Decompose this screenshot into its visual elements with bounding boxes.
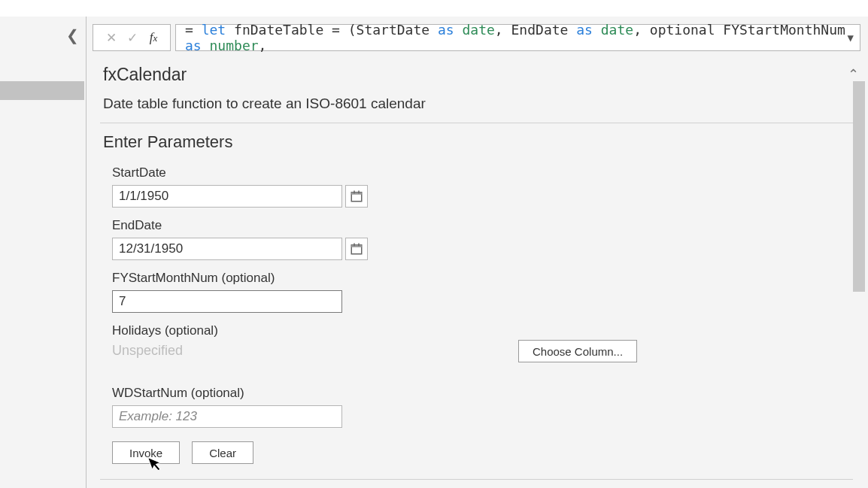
datepicker-startdate-button[interactable] bbox=[345, 185, 368, 208]
input-wdstart[interactable] bbox=[112, 405, 342, 428]
param-fystart: FYStartMonthNum (optional) bbox=[112, 271, 850, 313]
param-wdstart: WDStartNum (optional) bbox=[112, 386, 850, 428]
choose-column-button[interactable]: Choose Column... bbox=[518, 340, 637, 362]
formula-bar: ✕ ✓ fx = let fnDateTable = (StartDate as… bbox=[93, 24, 860, 51]
svg-rect-6 bbox=[354, 244, 355, 247]
input-fystart[interactable] bbox=[112, 290, 342, 313]
formula-input[interactable]: = let fnDateTable = (StartDate as date, … bbox=[175, 24, 860, 51]
datepicker-enddate-button[interactable] bbox=[345, 238, 368, 260]
label-startdate: StartDate bbox=[112, 165, 850, 180]
invoke-button[interactable]: Invoke bbox=[112, 441, 180, 464]
cancel-edit-icon[interactable]: ✕ bbox=[101, 30, 122, 46]
svg-rect-3 bbox=[358, 191, 360, 194]
label-fystart: FYStartMonthNum (optional) bbox=[112, 271, 850, 286]
label-wdstart: WDStartNum (optional) bbox=[112, 386, 850, 401]
scroll-up-icon[interactable]: ⌃ bbox=[848, 66, 859, 83]
holidays-unspecified: Unspecified bbox=[112, 343, 850, 359]
divider-bottom bbox=[100, 479, 853, 480]
fx-icon[interactable]: fx bbox=[143, 30, 164, 45]
svg-rect-7 bbox=[358, 244, 360, 247]
enter-parameters-heading: Enter Parameters bbox=[103, 132, 850, 152]
function-title: fxCalendar bbox=[103, 65, 850, 85]
svg-rect-5 bbox=[351, 245, 362, 247]
action-buttons: Invoke Clear bbox=[112, 441, 850, 464]
label-enddate: EndDate bbox=[112, 218, 850, 233]
label-holidays: Holidays (optional) bbox=[112, 323, 850, 338]
queries-panel-collapsed: ❮ bbox=[0, 17, 84, 488]
input-startdate[interactable] bbox=[112, 185, 342, 208]
function-description: Date table function to create an ISO-860… bbox=[103, 95, 850, 112]
param-holidays: Holidays (optional) Unspecified Choose C… bbox=[112, 323, 850, 359]
scrollbar-thumb[interactable] bbox=[853, 81, 865, 292]
svg-rect-2 bbox=[354, 191, 355, 194]
window-chrome-top bbox=[0, 0, 868, 17]
param-startdate: StartDate bbox=[112, 165, 850, 208]
function-content: fxCalendar Date table function to create… bbox=[93, 65, 860, 488]
selected-query-strip[interactable] bbox=[0, 81, 84, 100]
calendar-icon bbox=[350, 189, 363, 203]
formula-bar-controls: ✕ ✓ fx bbox=[93, 24, 171, 51]
calendar-icon bbox=[350, 242, 363, 256]
collapse-chevron-icon[interactable]: ❮ bbox=[66, 26, 79, 44]
input-enddate[interactable] bbox=[112, 238, 342, 260]
divider bbox=[100, 123, 853, 123]
confirm-edit-icon[interactable]: ✓ bbox=[122, 30, 143, 46]
clear-button[interactable]: Clear bbox=[192, 441, 253, 464]
svg-rect-1 bbox=[351, 192, 362, 195]
expand-formula-icon[interactable]: ▼ bbox=[848, 32, 854, 44]
param-enddate: EndDate bbox=[112, 218, 850, 260]
formula-text: = let fnDateTable = (StartDate as date, … bbox=[185, 22, 852, 53]
